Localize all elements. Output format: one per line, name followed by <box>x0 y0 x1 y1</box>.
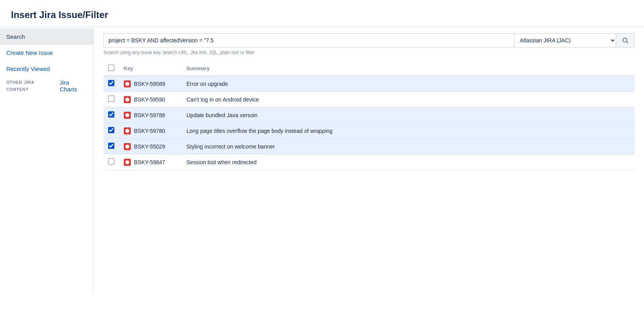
server-select[interactable]: Atlassian JIRA (JAC) <box>514 33 616 47</box>
table-row[interactable]: BSKY-55029Styling incorrect on welcome b… <box>103 139 635 154</box>
sidebar-item-recently-viewed[interactable]: Recently Viewed <box>0 61 94 77</box>
sidebar-item-create[interactable]: Create New Issue <box>0 45 94 61</box>
results-table: Key Summary BSKY-59589Error on upgradeBS… <box>103 62 635 170</box>
row-summary-cell: Can't log in on Android device <box>182 92 635 107</box>
select-all-checkbox[interactable] <box>108 65 114 71</box>
row-checkbox-cell <box>103 139 119 154</box>
row-key-cell: BSKY-59589 <box>119 76 182 92</box>
issue-key: BSKY-59847 <box>134 159 165 165</box>
row-summary-cell: Error on upgrade <box>182 76 635 92</box>
search-bar: Atlassian JIRA (JAC) <box>103 33 635 47</box>
issue-type-icon <box>124 80 131 87</box>
issue-type-icon <box>124 127 131 134</box>
row-checkbox-cell <box>103 107 119 123</box>
sidebar-item-search[interactable]: Search <box>0 29 94 45</box>
table-row[interactable]: BSKY-59847Session lost when redirected <box>103 154 635 170</box>
row-checkbox[interactable] <box>108 158 114 165</box>
row-checkbox[interactable] <box>108 143 114 149</box>
issue-type-icon <box>124 96 131 103</box>
row-checkbox[interactable] <box>108 127 114 133</box>
col-header-key: Key <box>119 62 182 76</box>
table-row[interactable]: BSKY-59590Can't log in on Android device <box>103 92 635 107</box>
svg-line-1 <box>626 42 628 43</box>
issue-key: BSKY-59590 <box>134 96 165 103</box>
col-header-check <box>103 62 119 76</box>
content-area: Atlassian JIRA (JAC) Search using any is… <box>94 27 644 294</box>
row-key-cell: BSKY-59788 <box>119 107 182 123</box>
row-checkbox-cell <box>103 92 119 107</box>
sidebar: Search Create New Issue Recently Viewed … <box>0 27 94 294</box>
issue-type-icon <box>124 159 131 166</box>
row-summary-cell: Long page titles overflow the page body … <box>182 123 635 139</box>
issue-type-icon <box>124 143 131 150</box>
table-row[interactable]: BSKY-59589Error on upgrade <box>103 76 635 92</box>
svg-point-0 <box>623 38 627 42</box>
issue-key: BSKY-59780 <box>134 128 165 134</box>
row-checkbox-cell <box>103 76 119 92</box>
row-checkbox-cell <box>103 154 119 170</box>
row-key-cell: BSKY-59780 <box>119 123 182 139</box>
row-checkbox[interactable] <box>108 80 114 86</box>
search-icon <box>622 37 629 44</box>
issue-type-icon <box>124 112 131 119</box>
col-header-summary: Summary <box>182 62 635 76</box>
row-checkbox-cell <box>103 123 119 139</box>
sidebar-jira-charts[interactable]: Jira Charts <box>60 79 87 92</box>
table-row[interactable]: BSKY-59780Long page titles overflow the … <box>103 123 635 139</box>
issue-key: BSKY-59788 <box>134 112 165 118</box>
row-checkbox[interactable] <box>108 96 114 102</box>
issue-key: BSKY-59589 <box>134 81 165 87</box>
search-button[interactable] <box>616 33 635 47</box>
row-key-cell: BSKY-59590 <box>119 92 182 107</box>
row-key-cell: BSKY-59847 <box>119 154 182 170</box>
row-summary-cell: Update bundled Java versoin <box>182 107 635 123</box>
table-row[interactable]: BSKY-59788Update bundled Java versoin <box>103 107 635 123</box>
issue-key: BSKY-55029 <box>134 143 165 150</box>
row-checkbox[interactable] <box>108 111 114 118</box>
sidebar-other-section: OTHER JIRA CONTENT Jira Charts <box>0 77 94 95</box>
row-key-cell: BSKY-55029 <box>119 139 182 154</box>
dialog-title: Insert Jira Issue/Filter <box>0 0 644 27</box>
row-summary-cell: Session lost when redirected <box>182 154 635 170</box>
search-input[interactable] <box>103 33 514 47</box>
sidebar-other-label: OTHER JIRA CONTENT <box>6 79 56 93</box>
search-hint: Search using any issue key, search URL, … <box>103 50 635 55</box>
row-summary-cell: Styling incorrect on welcome banner <box>182 139 635 154</box>
